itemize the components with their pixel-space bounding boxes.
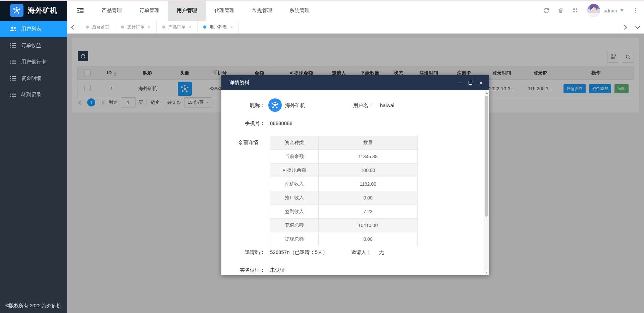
detail-modal: 详情资料 × 昵称： 海外矿机 用户名： — [221, 75, 489, 275]
sidebar-item-label: 签到记录 — [21, 92, 41, 98]
modal-title: 详情资料 — [229, 80, 250, 86]
balance-row: 提现总额 0.00 — [270, 232, 418, 246]
scrollbar-thumb[interactable] — [485, 96, 488, 217]
balance-amount: 0.00 — [319, 191, 418, 205]
modal-scrollbar[interactable] — [484, 90, 489, 275]
tab-dot-icon — [86, 26, 89, 29]
nav-label: 用户管理 — [177, 7, 197, 14]
nav-label: 代理管理 — [214, 7, 234, 14]
tab-home[interactable]: 后台首页 — [80, 21, 115, 33]
fullscreen-icon[interactable] — [573, 8, 578, 13]
minimize-icon[interactable] — [457, 80, 462, 86]
sidebar-item-user-bankcard[interactable]: 用户银行卡 — [0, 54, 67, 70]
trash-icon[interactable] — [558, 8, 564, 13]
nav-label: 系统管理 — [289, 7, 310, 14]
tab-label: 支付订单 — [127, 24, 145, 30]
tab-product-orders[interactable]: 产品订单 × — [157, 21, 198, 33]
invite-code-value: 526857n（已邀请：5人） — [270, 249, 328, 256]
balance-type: 充值总额 — [270, 219, 319, 232]
close-icon[interactable]: × — [478, 80, 484, 86]
inviter-label: 邀请人： — [328, 249, 371, 256]
balance-row: 推广收入 0.00 — [270, 191, 418, 205]
tab-dot-icon — [121, 26, 124, 29]
list-icon — [10, 76, 17, 81]
nav-general-mgmt[interactable]: 常规管理 — [243, 0, 281, 21]
tabbar-spacer — [239, 21, 618, 33]
sidebar-item-user-list[interactable]: 用户列表 — [0, 21, 67, 37]
balance-type: 当前余额 — [270, 150, 319, 164]
username: admin — [603, 8, 617, 13]
close-icon[interactable]: × — [189, 25, 192, 30]
nav-agent-mgmt[interactable]: 代理管理 — [206, 0, 243, 21]
collapse-sidebar-icon[interactable] — [77, 8, 84, 13]
modal-header[interactable]: 详情资料 × — [221, 75, 489, 90]
sidebar-item-fund-details[interactable]: 资金明细 — [0, 70, 67, 87]
nav-label: 订单管理 — [139, 7, 159, 14]
balance-table: 资金种类 数量 当前余额 11345.88 可提现余额 100.00 挖矿收入 — [270, 136, 418, 246]
balance-amount: 11345.88 — [319, 150, 418, 164]
username-value: haiwai — [380, 102, 394, 108]
scroll-up-icon[interactable] — [484, 91, 489, 95]
nav-label: 产品管理 — [102, 7, 122, 14]
sidebar-item-signin-records[interactable]: 签到记录 — [0, 87, 67, 103]
sidebar-item-label: 用户列表 — [21, 26, 41, 32]
app-root: 海外矿机 用户列表 — [0, 0, 644, 313]
more-icon[interactable]: ⋮ — [633, 7, 639, 13]
realname-value: 未认证 — [270, 267, 285, 273]
phone-value: 88888888 — [270, 120, 292, 126]
user-avatar-network-icon — [268, 98, 282, 112]
balance-type: 挖矿收入 — [270, 177, 319, 191]
balance-type: 可提现余额 — [270, 164, 319, 177]
list-icon — [10, 92, 17, 98]
tabs-scroll-right[interactable] — [618, 21, 631, 33]
tab-dot-icon — [162, 26, 165, 29]
balance-row: 可提现余额 100.00 — [270, 164, 418, 177]
tabs-scroll-left[interactable] — [67, 21, 80, 33]
sidebar-item-label: 用户银行卡 — [21, 59, 46, 65]
invite-code-label: 邀请码： — [221, 249, 265, 256]
user-menu[interactable]: admin — [587, 4, 624, 17]
balance-type: 提现总额 — [270, 232, 319, 246]
nav-system-mgmt[interactable]: 系统管理 — [281, 0, 318, 21]
realname-label: 实名认证： — [221, 267, 265, 273]
sidebar-item-order-income[interactable]: 订单收益 — [0, 37, 67, 54]
balance-amount: 1182.00 — [319, 177, 418, 191]
chevron-down-icon — [635, 24, 640, 29]
balance-label: 余额详情 — [221, 139, 258, 146]
nickname-value: 海外矿机 — [285, 102, 305, 109]
copyright: ©版权所有 2022 海外矿机 — [5, 303, 61, 309]
balance-row: 挖矿收入 1182.00 — [270, 177, 418, 191]
chevron-left-icon — [71, 25, 76, 29]
tab-label: 用户列表 — [209, 24, 227, 30]
restore-icon[interactable] — [468, 80, 473, 86]
window-edge — [0, 0, 644, 1]
tabs-menu[interactable] — [631, 21, 644, 33]
balance-row: 签到收入 7.23 — [270, 205, 418, 219]
tab-pay-orders[interactable]: 支付订单 × — [115, 21, 157, 33]
top-navbar: 产品管理 订单管理 用户管理 代理管理 常规管理 系统管理 — [67, 0, 644, 21]
topbar-actions: admin ⋮ — [543, 4, 644, 17]
tab-dot-icon — [203, 26, 206, 29]
close-icon[interactable]: × — [230, 25, 233, 30]
balance-type: 签到收入 — [270, 205, 319, 219]
list-icon — [10, 59, 17, 65]
nav-product-mgmt[interactable]: 产品管理 — [93, 0, 130, 21]
tab-user-list[interactable]: 用户列表 × — [198, 21, 239, 33]
nav-user-mgmt[interactable]: 用户管理 — [168, 0, 206, 21]
sidebar-item-label: 订单收益 — [21, 42, 41, 49]
phone-label: 手机号： — [221, 120, 265, 127]
balance-col-type: 资金种类 — [270, 136, 319, 150]
balance-header-row: 资金种类 数量 — [270, 136, 418, 150]
balance-col-amount: 数量 — [319, 136, 418, 150]
nav-order-mgmt[interactable]: 订单管理 — [130, 0, 168, 21]
chevron-right-icon — [622, 25, 627, 29]
brand[interactable]: 海外矿机 — [0, 0, 67, 21]
refresh-icon[interactable] — [543, 8, 549, 13]
close-icon[interactable]: × — [148, 25, 151, 30]
tab-label: 后台首页 — [92, 24, 109, 30]
avatar — [587, 4, 600, 17]
modal-body: 昵称： 海外矿机 用户名： haiwai 手机号： 88888888 余额详情 — [221, 90, 489, 275]
brand-name: 海外矿机 — [28, 6, 57, 15]
brand-network-icon — [10, 4, 23, 17]
scroll-down-icon[interactable] — [484, 270, 489, 275]
